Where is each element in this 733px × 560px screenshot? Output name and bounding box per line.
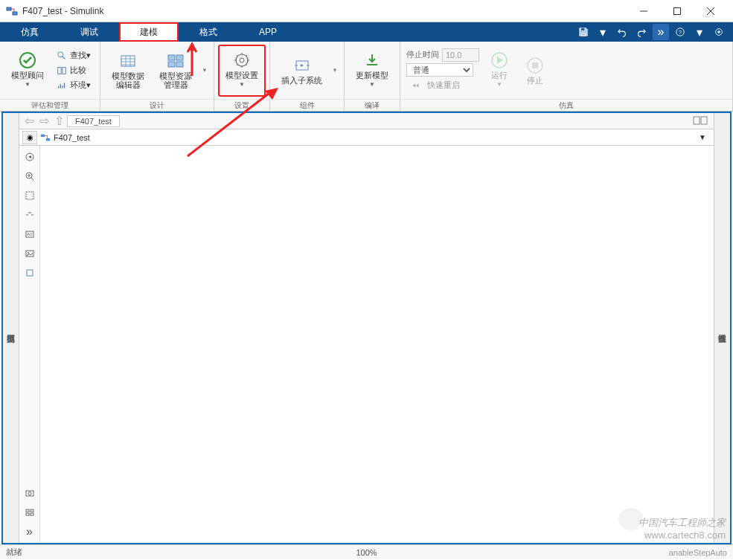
group-component: 插入子系统 ▼ 组件 (270, 42, 345, 111)
svg-rect-22 (694, 117, 700, 124)
environment-button[interactable]: 环境 ▾ (52, 78, 95, 93)
svg-text:?: ? (679, 30, 682, 35)
zoom-in-button[interactable] (19, 167, 39, 186)
update-model-button[interactable]: 更新模型 ▼ (349, 45, 395, 96)
svg-point-8 (58, 51, 63, 57)
svg-rect-28 (26, 192, 33, 199)
svg-rect-39 (31, 513, 33, 515)
toolstrip-tabs: 仿真 调试 建模 格式 APP ▾ » ? ▾ (0, 22, 733, 42)
help-dropdown-icon[interactable]: ▾ (691, 24, 708, 40)
tab-modeling[interactable]: 建模 (119, 22, 179, 42)
nav-back-button[interactable]: ⇦ (22, 115, 36, 128)
compare-button[interactable]: 比较 (52, 63, 95, 78)
svg-rect-33 (27, 270, 33, 276)
annotation-button[interactable]: A≡ (19, 225, 39, 244)
model-advisor-button[interactable]: 模型顾问 ▼ (4, 45, 51, 96)
tool-palette: A≡ » (19, 146, 40, 543)
model-canvas[interactable] (40, 146, 714, 543)
fast-restart-button[interactable]: 快速重启 (406, 78, 479, 93)
statusbar: 就绪 100% anableStepAuto (0, 544, 733, 559)
chevron-down-icon: ▼ (239, 80, 245, 89)
design-expand-button[interactable]: ▼ (200, 67, 209, 74)
hide-browser-button[interactable] (19, 147, 39, 167)
view-mode-icon[interactable] (693, 115, 708, 128)
redo-icon[interactable] (633, 24, 650, 40)
path-dropdown-button[interactable]: ▼ (694, 133, 711, 141)
svg-rect-1 (13, 12, 17, 15)
chevron-down-icon: ▼ (25, 80, 31, 89)
path-root-button[interactable]: ◉ (22, 131, 37, 144)
tab-simulation[interactable]: 仿真 (0, 22, 60, 42)
group-settings: 模型设置 ▼ 设置 (214, 42, 270, 111)
status-solver: anableStepAuto (487, 548, 727, 557)
find-button[interactable]: 查找 ▾ (52, 48, 95, 63)
sim-mode-select[interactable]: 普通 (406, 63, 473, 77)
group-design: 模型数据 编辑器 模型资源 管理器 ▼ 设计 (100, 42, 214, 111)
simulink-model-icon (40, 132, 51, 143)
svg-rect-10 (63, 67, 65, 74)
svg-point-6 (717, 30, 720, 33)
svg-rect-15 (176, 62, 183, 67)
model-tab[interactable]: F407_test (67, 115, 120, 127)
svg-rect-21 (532, 62, 538, 68)
window-title: F407_test - Simulink (22, 6, 627, 16)
area-button[interactable] (19, 263, 39, 283)
group-compile: 更新模型 ▼ 编译 (345, 42, 400, 111)
simulink-icon (6, 5, 18, 17)
svg-rect-24 (41, 134, 45, 137)
fit-to-view-button[interactable] (19, 186, 39, 205)
model-settings-button[interactable]: 模型设置 ▼ (219, 45, 265, 96)
nav-forward-button[interactable]: ⇨ (37, 115, 51, 128)
svg-rect-12 (168, 55, 175, 60)
screenshot-button[interactable] (19, 483, 39, 503)
property-inspector-tab[interactable]: 属性检查器 (714, 113, 730, 543)
fullscreen-icon[interactable] (711, 24, 727, 40)
tab-debug[interactable]: 调试 (60, 22, 119, 42)
path-text[interactable]: F407_test (40, 132, 694, 143)
minimize-button[interactable] (627, 0, 660, 22)
status-ready: 就绪 (6, 547, 246, 558)
stop-time-label: 停止时间 (406, 49, 439, 60)
toggle-sample-time-button[interactable] (19, 205, 39, 225)
component-expand-button[interactable]: ▼ (330, 67, 339, 74)
group-simulation: 停止时间 普通 快速重启 运行 ▼ 停止 仿真 (400, 42, 733, 111)
tab-app[interactable]: APP (238, 22, 298, 42)
svg-rect-2 (673, 7, 680, 14)
svg-rect-13 (176, 55, 183, 60)
viewmarks-button[interactable] (19, 503, 39, 522)
nav-up-button[interactable]: ⇧ (52, 115, 65, 128)
stop-button[interactable]: 停止 (518, 45, 552, 96)
undo-icon[interactable] (614, 24, 630, 40)
expand-palette-button[interactable]: » (19, 522, 39, 541)
close-button[interactable] (694, 0, 727, 22)
maximize-button[interactable] (660, 0, 694, 22)
path-bar: ◉ F407_test ▼ (19, 129, 714, 146)
image-button[interactable] (19, 244, 39, 263)
chevron-down-icon: ▼ (369, 80, 375, 89)
titlebar: F407_test - Simulink (0, 0, 733, 22)
save-icon[interactable] (575, 24, 592, 40)
tab-format[interactable]: 格式 (179, 22, 238, 42)
run-button[interactable]: 运行 ▼ (482, 45, 516, 96)
insert-subsystem-button[interactable]: 插入子系统 (275, 45, 329, 96)
quick-access-bar: ▾ » ? ▾ (575, 22, 733, 42)
model-data-editor-button[interactable]: 模型数据 编辑器 (105, 45, 151, 96)
svg-text:A≡: A≡ (27, 232, 33, 236)
watermark: 中国汽车工程师之家 www.cartech8.com (638, 516, 726, 541)
svg-rect-38 (26, 513, 29, 515)
svg-rect-9 (58, 67, 61, 74)
svg-rect-14 (168, 62, 175, 67)
help-icon[interactable]: ? (672, 24, 688, 40)
expand-icon[interactable]: » (653, 24, 669, 40)
svg-rect-23 (701, 117, 707, 124)
model-browser-tab[interactable]: 模型浏览器 (3, 113, 19, 543)
status-zoom[interactable]: 100% (246, 548, 487, 557)
group-eval: 模型顾问 ▼ 查找 ▾ 比较 环境 ▾ 评估和管理 (0, 42, 100, 111)
model-resource-manager-button[interactable]: 模型资源 管理器 (153, 45, 199, 96)
svg-point-17 (240, 58, 244, 62)
save-dropdown-icon[interactable]: ▾ (595, 24, 611, 40)
svg-point-35 (28, 492, 31, 495)
svg-rect-0 (7, 7, 11, 10)
stop-time-input[interactable] (442, 48, 479, 62)
svg-rect-36 (26, 509, 29, 512)
